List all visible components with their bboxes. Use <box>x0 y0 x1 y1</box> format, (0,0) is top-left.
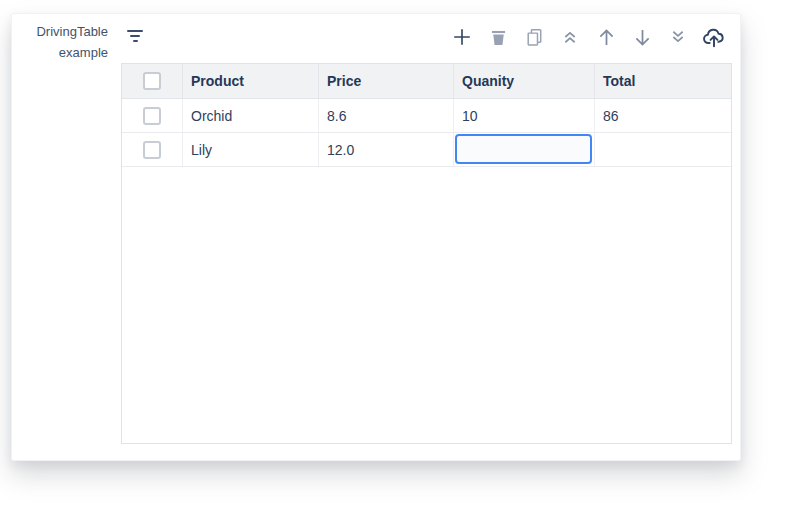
row-checkbox[interactable] <box>143 107 161 125</box>
filter-icon <box>127 30 143 42</box>
page-title: DrivingTable example <box>19 22 108 64</box>
move-top-button[interactable] <box>556 23 584 51</box>
column-header-product[interactable]: Product <box>183 64 319 98</box>
cell-total[interactable] <box>595 133 731 166</box>
angle-double-down-icon <box>671 30 685 44</box>
remove-button[interactable] <box>484 23 512 51</box>
cell-product[interactable]: Lily <box>183 133 319 166</box>
toolbar <box>448 22 728 52</box>
move-up-button[interactable] <box>592 23 620 51</box>
plus-icon <box>451 26 473 48</box>
move-down-button[interactable] <box>628 23 656 51</box>
grid-header-row: Product Price Quanity Total <box>122 64 731 99</box>
move-bottom-button[interactable] <box>664 23 692 51</box>
arrow-down-icon <box>632 27 653 48</box>
selected-cell[interactable] <box>455 134 592 164</box>
cell-total[interactable]: 86 <box>595 99 731 132</box>
angle-double-up-icon <box>563 30 577 44</box>
table-row: Lily 12.0 <box>122 133 731 167</box>
copy-icon <box>524 27 545 48</box>
filter-button[interactable] <box>122 24 148 48</box>
trash-icon <box>488 27 509 48</box>
column-header-quanity[interactable]: Quanity <box>454 64 595 98</box>
cell-quantity[interactable] <box>454 133 595 166</box>
add-button[interactable] <box>448 23 476 51</box>
cell-price[interactable]: 12.0 <box>319 133 454 166</box>
row-checkbox-cell <box>122 133 183 166</box>
arrow-up-icon <box>596 27 617 48</box>
copy-button[interactable] <box>520 23 548 51</box>
cloud-upload-icon <box>701 24 727 50</box>
row-checkbox[interactable] <box>143 141 161 159</box>
cell-product[interactable]: Orchid <box>183 99 319 132</box>
cell-price[interactable]: 8.6 <box>319 99 454 132</box>
column-header-total[interactable]: Total <box>595 64 731 98</box>
table-row: Orchid 8.6 10 86 <box>122 99 731 133</box>
row-checkbox-cell <box>122 99 183 132</box>
select-all-checkbox[interactable] <box>143 72 161 90</box>
upload-button[interactable] <box>700 23 728 51</box>
driving-table-panel: DrivingTable example <box>11 13 741 461</box>
grid-header-checkbox-cell <box>122 64 183 98</box>
cell-quantity[interactable]: 10 <box>454 99 595 132</box>
column-header-price[interactable]: Price <box>319 64 454 98</box>
data-grid: Product Price Quanity Total Orchid 8.6 1… <box>121 63 732 444</box>
